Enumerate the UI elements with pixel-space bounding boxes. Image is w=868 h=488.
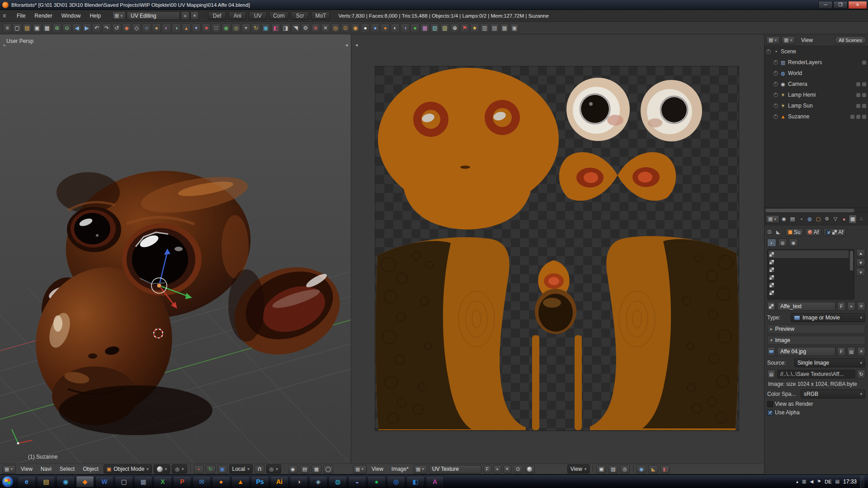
shading-flat-icon[interactable]: ● <box>361 23 370 33</box>
visibility-toggle-icon[interactable] <box>850 115 854 119</box>
slot-move-down-button[interactable]: ▼ <box>856 258 865 267</box>
expand-icon[interactable] <box>766 49 771 54</box>
texture-paint-icon[interactable]: ▩ <box>420 23 429 33</box>
outliner-item-world[interactable]: ◍ World <box>764 68 868 79</box>
shading-dropdown[interactable] <box>154 465 170 474</box>
keyboard-language[interactable]: DE <box>825 479 831 484</box>
taskbar-bforartists[interactable]: ◆ <box>76 476 94 488</box>
rotate-icon[interactable]: ↻ <box>251 23 260 33</box>
texture-slot[interactable] <box>769 273 849 281</box>
outliner-item-suzanne[interactable]: ▲ Suzanne <box>764 111 868 122</box>
pivot-2d-button[interactable]: ◎ <box>620 465 630 474</box>
area-corner-widget[interactable] <box>353 42 360 48</box>
fake-user-button[interactable]: F <box>837 302 845 311</box>
add-layout-button[interactable] <box>181 11 189 20</box>
mirror-icon[interactable]: ◧ <box>271 23 280 33</box>
mode-scr-button[interactable]: Scr <box>291 11 309 20</box>
texture-context-material-button[interactable]: ◐ <box>767 239 776 247</box>
opengl-animation-button[interactable]: ▤ <box>300 465 310 474</box>
draw-channels-alpha-button[interactable]: ▨ <box>608 465 618 474</box>
taskbar-illustrator[interactable]: Ai <box>270 476 288 488</box>
taskbar-spotify[interactable]: ● <box>368 476 386 488</box>
unlink-texture-button[interactable] <box>857 302 865 311</box>
view-as-render-checkbox[interactable] <box>767 401 773 407</box>
context-texture-chip[interactable]: Af <box>823 228 846 236</box>
taskbar-internet-explorer[interactable]: e <box>18 476 36 488</box>
tab-world[interactable]: ◍ <box>806 215 814 224</box>
draw-channels-color-button[interactable]: ▣ <box>596 465 606 474</box>
delete-layout-button[interactable] <box>190 11 199 20</box>
taskbar-excel[interactable]: X <box>154 476 172 488</box>
tab-render-layers[interactable]: ▤ <box>788 215 797 224</box>
texture-browse-icon[interactable] <box>767 302 775 311</box>
selectable-toggle-icon[interactable] <box>856 104 860 108</box>
image-datablock-name[interactable]: UV Texture <box>429 465 481 474</box>
viewport-3d[interactable]: User Persp (1) Suzanne <box>0 34 351 464</box>
new-file-icon[interactable]: ▢ <box>13 23 22 33</box>
taskbar-outlook[interactable]: ✉ <box>193 476 211 488</box>
menu-help[interactable]: Help <box>85 11 105 20</box>
file-browser-button[interactable] <box>767 370 775 379</box>
empty-data-icon[interactable]: ▾ <box>192 23 201 33</box>
tray-expand-icon[interactable]: ▴ <box>796 479 798 484</box>
expand-icon[interactable] <box>774 60 778 65</box>
texture-slot[interactable] <box>769 250 849 258</box>
new-texture-button[interactable]: + <box>847 302 855 311</box>
image-name-field[interactable]: Affe 04.jpg <box>777 347 835 356</box>
mode-ani-button[interactable]: Ani <box>228 11 246 20</box>
uv-mode-paint-button[interactable]: ◣ <box>648 465 658 474</box>
curve-data-icon[interactable]: ◇ <box>132 23 141 33</box>
lattice-data-icon[interactable]: ▴ <box>182 23 191 33</box>
manipulator-rotate-button[interactable]: ↻ <box>206 465 216 474</box>
tray-action-center-icon[interactable]: ⚑ <box>817 479 821 484</box>
delete-icon[interactable]: ⊗ <box>311 23 320 33</box>
selectable-toggle-icon[interactable] <box>856 93 860 97</box>
render-toggle-icon[interactable] <box>862 93 866 97</box>
origin-cursor-icon[interactable]: ◉ <box>351 23 360 33</box>
image-painting-ball-icon[interactable] <box>525 465 535 474</box>
preview-section-header[interactable]: Preview <box>767 324 865 333</box>
slot-list-scrollbar[interactable] <box>850 251 853 271</box>
unlink-image-button[interactable] <box>503 465 511 474</box>
mode-uv-button[interactable]: UV <box>249 11 267 20</box>
taskbar-file-explorer[interactable]: ▤ <box>37 476 55 488</box>
area-corner-widget[interactable] <box>343 42 350 48</box>
tray-keyboard-icon[interactable]: ▤ <box>835 479 840 484</box>
viewport-navi-menu[interactable]: Navi <box>38 465 55 473</box>
camera-data-icon[interactable]: □ <box>212 23 221 33</box>
expand-icon[interactable] <box>774 82 778 86</box>
texture-enable-checkbox[interactable] <box>826 230 831 235</box>
image-section-header[interactable]: Image <box>767 336 865 345</box>
menu-window[interactable]: Window <box>57 11 85 20</box>
colorspace-dropdown[interactable]: sRGB <box>801 389 865 399</box>
title-bar[interactable]: Bforartists* [G:\01 3D\01 3D\10 Blender\… <box>0 0 868 10</box>
favorite-icon[interactable]: ★ <box>470 23 479 33</box>
tab-scene[interactable]: ◔ <box>797 215 805 224</box>
surface-data-icon[interactable]: ○ <box>142 23 151 33</box>
align-icon[interactable]: ◥ <box>291 23 300 33</box>
matcap-2-icon[interactable]: ◑ <box>401 23 410 33</box>
tab-material[interactable]: ● <box>840 215 848 224</box>
start-button[interactable] <box>2 476 14 488</box>
tab-object-data[interactable]: ▽ <box>831 215 840 224</box>
flag-icon[interactable]: ⚑ <box>460 23 469 33</box>
uv-view-menu[interactable]: View <box>368 465 387 473</box>
taskbar-inkscape[interactable]: ◈ <box>309 476 327 488</box>
pin-id-icon[interactable] <box>767 229 774 236</box>
maximize-button[interactable] <box>833 1 848 9</box>
viewport-layers-button[interactable]: ▦ <box>311 465 321 474</box>
undo-icon[interactable]: ↶ <box>92 23 101 33</box>
texture-slot[interactable] <box>769 266 849 273</box>
uv-mode-mask-button[interactable]: ◧ <box>660 465 670 474</box>
redo-icon[interactable]: ↷ <box>102 23 111 33</box>
uv-display-dropdown[interactable]: View <box>567 465 590 474</box>
show-desktop-button[interactable] <box>860 475 864 488</box>
meta-data-icon[interactable]: ● <box>152 23 161 33</box>
menu-render[interactable]: Render <box>30 11 56 20</box>
open-image-button[interactable] <box>847 347 855 356</box>
outliner-display-mode-icon[interactable] <box>782 36 795 44</box>
speaker-data-icon[interactable]: ■ <box>202 23 211 33</box>
link-icon[interactable]: ⊕ <box>52 23 61 33</box>
split-area-icon[interactable]: ▥ <box>480 23 489 33</box>
join-area-icon[interactable]: ▤ <box>490 23 499 33</box>
